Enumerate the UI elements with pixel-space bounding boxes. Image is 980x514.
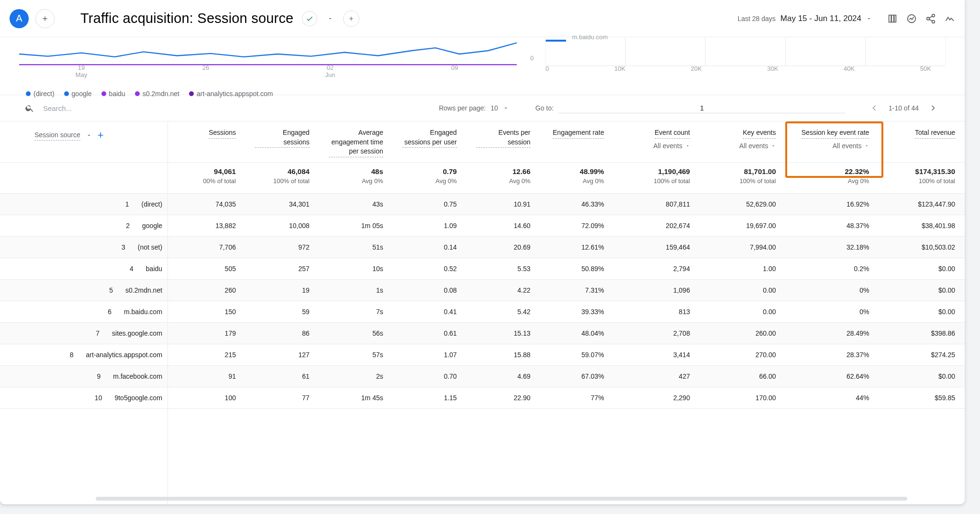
status-applied-icon[interactable]	[302, 11, 317, 26]
cell-avg_eng: 7s	[319, 301, 393, 322]
cell-eng_rate: 59.07%	[540, 344, 614, 365]
legend-item[interactable]: s0.2mdn.net	[135, 90, 179, 98]
cell-key_events: 260.00	[700, 322, 786, 344]
column-filter[interactable]: All events	[795, 142, 869, 151]
dimension-label: Session source	[34, 131, 80, 141]
cell-event_count: 159,464	[613, 236, 700, 258]
cell-engaged: 59	[245, 301, 319, 322]
cell-sessions: 260	[172, 279, 245, 301]
caret-down-icon	[864, 143, 869, 148]
table-row[interactable]: 2google13,88210,0081m 05s1.0914.6072.09%…	[0, 215, 965, 236]
column-header-revenue[interactable]: Total revenue	[879, 121, 965, 162]
compare-icon[interactable]	[887, 13, 898, 24]
row-source: 1(direct)	[0, 193, 172, 215]
table-row[interactable]: 7sites.google.com1798656s0.6115.1348.04%…	[0, 322, 965, 344]
cell-events_per: 4.69	[467, 365, 540, 387]
insights-icon[interactable]	[906, 13, 917, 24]
cell-avg_eng: 2s	[319, 365, 393, 387]
table-row[interactable]: 5s0.2mdn.net260191s0.084.227.31%1,0960.0…	[0, 279, 965, 301]
cell-eng_rate: 7.31%	[540, 279, 614, 301]
table-row[interactable]: 9m.facebook.com91612s0.704.6967.03%42766…	[0, 365, 965, 387]
row-source: 8art-analytics.appspot.com	[0, 344, 172, 365]
cell-eng_rate: 39.33%	[540, 301, 614, 322]
cell-sessions: 91	[172, 365, 245, 387]
column-header-events_per[interactable]: Events per session	[467, 121, 540, 162]
cell-revenue: $274.25	[879, 344, 965, 365]
cell-sess_key_rate: 28.49%	[785, 322, 879, 344]
table-row[interactable]: 6m.baidu.com150597s0.415.4239.33%8130.00…	[0, 301, 965, 322]
plus-icon	[41, 15, 49, 22]
cell-eng_rate: 67.03%	[540, 365, 614, 387]
goto-input[interactable]	[558, 103, 846, 113]
cell-sess_key_rate: 32.18%	[785, 236, 879, 258]
column-header-eng_per_user[interactable]: Engaged sessions per user	[393, 121, 467, 162]
add-button-right[interactable]	[343, 11, 359, 27]
total-avg_eng: 48sAvg 0%	[319, 162, 393, 193]
cell-sessions: 74,035	[172, 193, 245, 215]
x-axis-ticks: 19May 26 02Jun 09	[19, 64, 517, 78]
rpp-label: Rows per page:	[439, 104, 486, 112]
search-icon	[25, 103, 34, 113]
next-page-button[interactable]	[926, 101, 940, 115]
plus-icon	[348, 15, 355, 22]
legend-item[interactable]: (direct)	[26, 90, 55, 98]
cell-revenue: $123,447.90	[879, 193, 965, 215]
table-row[interactable]: 1(direct)74,03534,30143s0.7510.9146.33%8…	[0, 193, 965, 215]
cell-revenue: $38,401.98	[879, 215, 965, 236]
caret-down-icon	[685, 143, 690, 148]
table-row[interactable]: 8art-analytics.appspot.com21512757s1.071…	[0, 344, 965, 365]
explore-icon[interactable]	[945, 13, 955, 24]
search-input[interactable]	[42, 104, 329, 113]
legend-item[interactable]: google	[64, 90, 92, 98]
column-filter[interactable]: All events	[623, 142, 690, 151]
bar-chart-x-ticks: 0 10K 20K 30K 40K 50K	[546, 65, 931, 72]
table-toolbar: Rows per page: 10 Go to: 1-10 of 44	[0, 95, 965, 121]
cell-event_count: 3,414	[613, 344, 700, 365]
add-button-left[interactable]	[35, 9, 55, 28]
total-event_count: 1,190,469100% of total	[613, 162, 700, 193]
column-header-event_count[interactable]: Event countAll events	[613, 121, 700, 162]
caret-down-icon	[503, 105, 509, 111]
rows-per-page[interactable]: Rows per page: 10	[439, 104, 509, 112]
cell-eng_per_user: 0.70	[393, 365, 467, 387]
table-row[interactable]: 4baidu50525710s0.525.5350.89%2,7941.000.…	[0, 258, 965, 279]
add-dimension-button[interactable]: +	[98, 128, 104, 143]
share-icon[interactable]	[925, 13, 936, 24]
legend-label: baidu	[109, 90, 125, 98]
legend-item[interactable]: baidu	[101, 90, 125, 98]
column-header-engaged[interactable]: Engaged sessions	[245, 121, 319, 162]
cell-revenue: $0.00	[879, 279, 965, 301]
legend-dot-icon	[189, 91, 194, 96]
column-header-sessions[interactable]: Sessions	[172, 121, 245, 162]
page-range: 1-10 of 44	[889, 104, 919, 112]
line-chart[interactable]: 19May 26 02Jun 09	[19, 37, 517, 71]
prev-page-button[interactable]	[868, 101, 881, 115]
column-header-avg_eng[interactable]: Average engagement time per session	[319, 121, 393, 162]
cell-eng_rate: 72.09%	[540, 215, 614, 236]
cell-key_events: 7,994.00	[700, 236, 786, 258]
cell-sess_key_rate: 28.37%	[785, 344, 879, 365]
cell-sess_key_rate: 0%	[785, 301, 879, 322]
cell-key_events: 270.00	[700, 344, 786, 365]
cell-sessions: 215	[172, 344, 245, 365]
table-row[interactable]: 3(not set)7,70697251s0.1420.6912.61%159,…	[0, 236, 965, 258]
cell-sessions: 100	[172, 387, 245, 408]
table-row[interactable]: 109to5google.com100771m 45s1.1522.9077%2…	[0, 387, 965, 408]
cell-sess_key_rate: 48.37%	[785, 215, 879, 236]
legend-dot-icon	[101, 91, 106, 96]
column-header-eng_rate[interactable]: Engagement rate	[540, 121, 614, 162]
column-header-sess_key_rate[interactable]: Session key event rateAll events	[785, 121, 879, 162]
legend-item[interactable]: art-analytics.appspot.com	[189, 90, 273, 98]
cell-eng_per_user: 0.61	[393, 322, 467, 344]
column-filter[interactable]: All events	[709, 142, 776, 151]
svg-point-2	[927, 17, 930, 20]
horizontal-scrollbar[interactable]	[96, 497, 907, 501]
status-dropdown[interactable]	[324, 11, 336, 26]
bar-chart[interactable]: m.baidu.com 0 10K 20K	[546, 37, 946, 71]
cell-sess_key_rate: 0%	[785, 279, 879, 301]
avatar[interactable]: A	[10, 9, 29, 28]
dimension-header[interactable]: Session source +	[0, 121, 172, 162]
cell-revenue: $0.00	[879, 258, 965, 279]
column-header-key_events[interactable]: Key eventsAll events	[700, 121, 786, 162]
date-range-picker[interactable]: Last 28 days May 15 - Jun 11, 2024	[737, 14, 872, 23]
